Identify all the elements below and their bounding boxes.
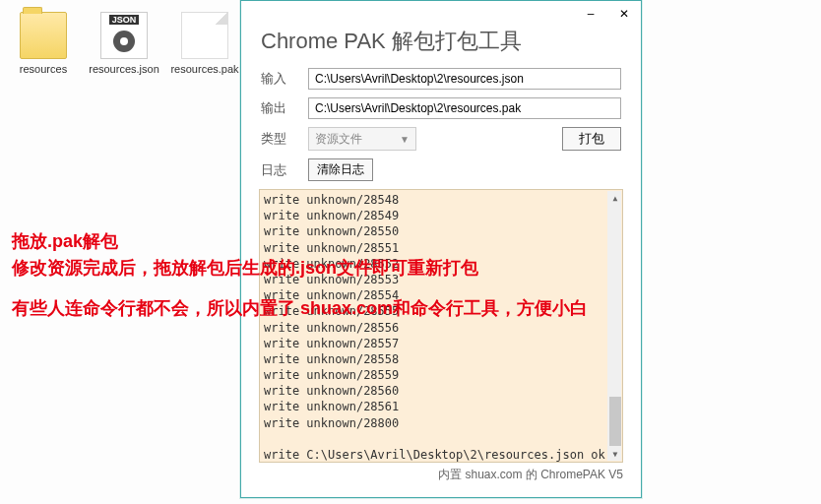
log-line: write unknown/28555 [264,303,618,319]
log-line: write C:\Users\Avril\Desktop\2\resources… [264,447,618,463]
log-line: write unknown/28560 [264,383,618,399]
type-select[interactable]: 资源文件 ▼ [308,127,416,151]
log-line: write unknown/28548 [264,192,618,208]
output-label: 输出 [261,99,296,117]
json-badge: JSON [109,15,140,25]
footer-text: 内置 shuax.com 的 ChromePAK V5 [241,463,641,483]
json-file-icon: JSON [100,12,148,59]
log-line: write unknown/28556 [264,320,618,336]
desktop-icon-label: resources.pak [169,63,240,76]
minimize-button[interactable]: – [582,5,600,23]
desktop-icon-label: resources.json [89,63,159,76]
gear-icon [113,31,135,52]
form-area: 输入 输出 类型 资源文件 ▼ 打包 日志 清除日志 [241,68,641,181]
log-line: write unknown/28550 [264,223,618,239]
scroll-down-icon[interactable]: ▼ [609,447,621,461]
log-line: write unknown/28549 [264,208,618,223]
input-path-field[interactable] [308,68,621,90]
chevron-down-icon: ▼ [400,134,410,145]
pack-button[interactable]: 打包 [562,127,621,151]
log-line: write unknown/28561 [264,399,618,414]
file-icon [181,12,228,59]
log-line: write unknown/28553 [264,272,618,287]
log-line: write unknown/28551 [264,240,618,256]
app-title: Chrome PAK 解包打包工具 [241,27,641,68]
log-line: write unknown/28554 [264,287,618,303]
app-window: – ✕ Chrome PAK 解包打包工具 输入 输出 类型 资源文件 ▼ 打包… [240,0,642,498]
input-row: 输入 [261,68,621,90]
log-line: write unknown/28558 [264,351,618,367]
type-select-value: 资源文件 [315,131,362,148]
desktop-icon-label: resources [8,63,79,76]
desktop-icon-json[interactable]: JSON resources.json [89,12,159,76]
log-line: write unknown/28557 [264,336,618,351]
titlebar: – ✕ [241,1,641,27]
output-path-field[interactable] [308,97,621,119]
log-line: write unknown/28559 [264,367,618,383]
desktop-icon-folder[interactable]: resources [8,12,79,76]
log-content: write unknown/28548write unknown/28549wr… [264,192,618,463]
close-button[interactable]: ✕ [615,5,633,23]
log-row: 日志 清除日志 [261,158,621,181]
log-line [264,431,618,447]
desktop-icons-area: resources JSON resources.json resources.… [8,12,240,76]
scrollbar-thumb[interactable] [609,397,621,446]
log-line: write unknown/28552 [264,256,618,272]
clear-log-button[interactable]: 清除日志 [308,158,373,181]
log-area[interactable]: write unknown/28548write unknown/28549wr… [259,189,623,463]
log-line: write unknown/28800 [264,415,618,431]
type-row: 类型 资源文件 ▼ 打包 [261,127,621,151]
scroll-up-icon[interactable]: ▲ [609,191,621,205]
desktop-icon-pak[interactable]: resources.pak [169,12,240,76]
output-row: 输出 [261,97,621,119]
log-label: 日志 [261,161,296,179]
type-label: 类型 [261,130,296,148]
input-label: 输入 [261,70,296,88]
folder-icon [20,12,67,59]
